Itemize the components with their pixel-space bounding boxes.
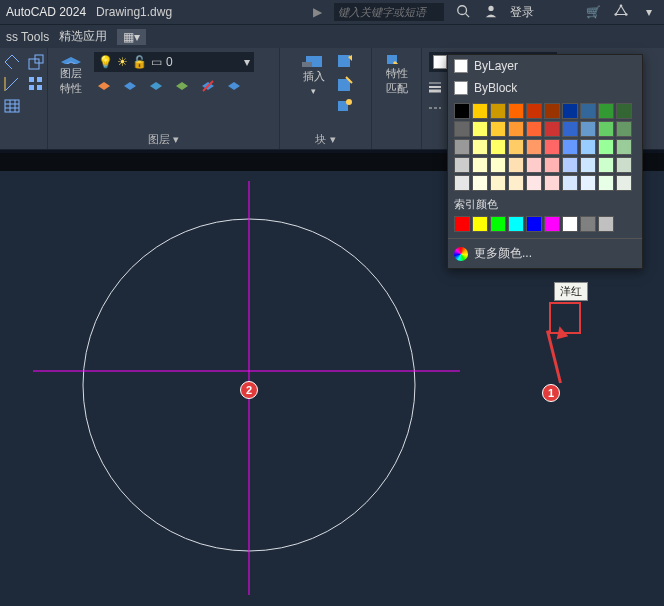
login-link[interactable]: 登录 bbox=[510, 4, 534, 21]
color-swatch[interactable] bbox=[508, 139, 524, 155]
layer-panel-label: 图层 ▾ bbox=[148, 132, 179, 147]
index-color-swatch[interactable] bbox=[598, 216, 614, 232]
print-icon: ▭ bbox=[151, 55, 162, 69]
color-swatch[interactable] bbox=[472, 157, 488, 173]
chevron-down-icon[interactable]: ▾ bbox=[244, 55, 250, 69]
mirror-icon[interactable] bbox=[2, 74, 22, 94]
color-swatch[interactable] bbox=[580, 139, 596, 155]
tab-express-tools[interactable]: ss Tools bbox=[6, 30, 49, 44]
color-swatch[interactable] bbox=[616, 139, 632, 155]
table-icon[interactable] bbox=[2, 96, 22, 116]
color-swatch[interactable] bbox=[508, 175, 524, 191]
color-swatch[interactable] bbox=[562, 175, 578, 191]
user-icon[interactable] bbox=[482, 4, 500, 21]
layer-lock-icon[interactable] bbox=[172, 76, 192, 96]
index-color-swatch[interactable] bbox=[454, 216, 470, 232]
layer-properties-button[interactable]: 图层 特性 bbox=[54, 52, 88, 96]
color-swatch[interactable] bbox=[616, 157, 632, 173]
tab-featured-apps[interactable]: 精选应用 bbox=[59, 28, 107, 45]
color-swatch[interactable] bbox=[598, 139, 614, 155]
color-swatch[interactable] bbox=[598, 121, 614, 137]
chevron-down-icon[interactable]: ▾ bbox=[640, 5, 658, 19]
color-swatch[interactable] bbox=[490, 175, 506, 191]
color-option-bylayer[interactable]: ByLayer bbox=[448, 55, 642, 77]
svg-point-5 bbox=[614, 13, 617, 16]
search-input[interactable] bbox=[334, 3, 444, 21]
index-color-swatch[interactable] bbox=[472, 216, 488, 232]
color-swatch[interactable] bbox=[580, 175, 596, 191]
color-swatch[interactable] bbox=[562, 157, 578, 173]
layer-freeze-icon[interactable] bbox=[146, 76, 166, 96]
color-swatch[interactable] bbox=[544, 103, 560, 119]
more-colors-button[interactable]: 更多颜色... bbox=[448, 238, 642, 268]
color-swatch[interactable] bbox=[562, 121, 578, 137]
color-swatch[interactable] bbox=[508, 121, 524, 137]
color-swatch[interactable] bbox=[454, 139, 470, 155]
color-swatch[interactable] bbox=[490, 103, 506, 119]
color-swatch[interactable] bbox=[616, 121, 632, 137]
color-swatch[interactable] bbox=[598, 157, 614, 173]
color-option-byblock[interactable]: ByBlock bbox=[448, 77, 642, 99]
color-swatch[interactable] bbox=[544, 157, 560, 173]
color-swatch[interactable] bbox=[580, 103, 596, 119]
play-icon[interactable]: ▶ bbox=[313, 5, 322, 19]
color-swatch[interactable] bbox=[472, 139, 488, 155]
create-block-icon[interactable] bbox=[335, 52, 355, 72]
edit-block-icon[interactable] bbox=[335, 74, 355, 94]
color-swatch[interactable] bbox=[526, 157, 542, 173]
lock-icon: 🔓 bbox=[132, 55, 147, 69]
match-layer-icon[interactable] bbox=[224, 76, 244, 96]
index-color-swatch[interactable] bbox=[490, 216, 506, 232]
layer-iso-icon[interactable] bbox=[120, 76, 140, 96]
color-swatch[interactable] bbox=[598, 103, 614, 119]
index-color-swatch[interactable] bbox=[580, 216, 596, 232]
color-swatch[interactable] bbox=[616, 175, 632, 191]
color-swatch[interactable] bbox=[544, 139, 560, 155]
color-swatch[interactable] bbox=[598, 175, 614, 191]
color-swatch[interactable] bbox=[544, 175, 560, 191]
svg-rect-17 bbox=[29, 85, 34, 90]
color-swatch[interactable] bbox=[472, 121, 488, 137]
index-color-swatch[interactable] bbox=[526, 216, 542, 232]
color-swatch[interactable] bbox=[490, 121, 506, 137]
color-swatch[interactable] bbox=[472, 103, 488, 119]
match-properties-button[interactable]: 特性 匹配 bbox=[380, 52, 414, 96]
color-swatch[interactable] bbox=[544, 121, 560, 137]
edit-attr-icon[interactable] bbox=[335, 96, 355, 116]
layer-state-icon[interactable] bbox=[94, 76, 114, 96]
color-swatch[interactable] bbox=[526, 139, 542, 155]
color-swatch[interactable] bbox=[616, 103, 632, 119]
scale-icon[interactable] bbox=[26, 52, 46, 72]
color-swatch[interactable] bbox=[454, 157, 470, 173]
color-swatch[interactable] bbox=[580, 157, 596, 173]
array-icon[interactable] bbox=[26, 74, 46, 94]
linetype-icon[interactable] bbox=[425, 98, 445, 118]
share-icon[interactable] bbox=[612, 4, 630, 21]
lineweight-icon[interactable] bbox=[425, 76, 445, 96]
color-swatch[interactable] bbox=[508, 157, 524, 173]
index-color-swatch[interactable] bbox=[508, 216, 524, 232]
color-swatch[interactable] bbox=[562, 139, 578, 155]
color-swatch[interactable] bbox=[454, 103, 470, 119]
color-swatch[interactable] bbox=[472, 175, 488, 191]
color-swatch[interactable] bbox=[454, 175, 470, 191]
color-swatch[interactable] bbox=[580, 121, 596, 137]
cart-icon[interactable]: 🛒 bbox=[584, 5, 602, 19]
stretch-icon[interactable] bbox=[2, 52, 22, 72]
color-swatch[interactable] bbox=[490, 139, 506, 155]
color-swatch[interactable] bbox=[526, 103, 542, 119]
layer-combo[interactable]: 💡 ☀ 🔓 ▭ 0 ▾ bbox=[94, 52, 254, 72]
insert-button[interactable]: 插入 ▾ bbox=[297, 52, 331, 96]
color-swatch[interactable] bbox=[562, 103, 578, 119]
color-swatch[interactable] bbox=[526, 175, 542, 191]
color-swatch[interactable] bbox=[526, 121, 542, 137]
search-icon[interactable] bbox=[454, 4, 472, 21]
color-swatch[interactable] bbox=[454, 121, 470, 137]
tab-extra-icon[interactable]: ▦▾ bbox=[117, 29, 146, 45]
color-swatch[interactable] bbox=[490, 157, 506, 173]
layer-off-icon[interactable] bbox=[198, 76, 218, 96]
color-swatch[interactable] bbox=[508, 103, 524, 119]
index-color-swatch[interactable] bbox=[562, 216, 578, 232]
svg-point-25 bbox=[346, 99, 352, 105]
index-color-swatch[interactable] bbox=[544, 216, 560, 232]
